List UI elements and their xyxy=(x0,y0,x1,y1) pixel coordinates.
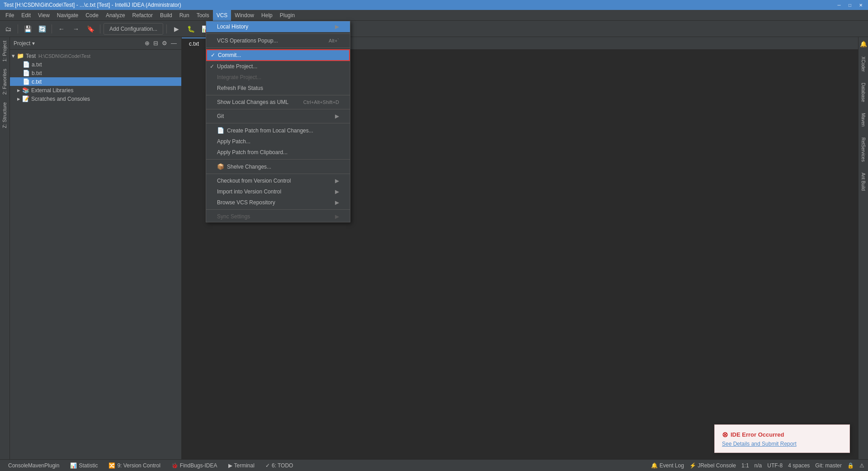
file-icon-a: 📄 xyxy=(23,61,30,68)
project-tree: ▾ 📁 Test H:\CSDN\Git\Code\Test 📄 a.txt 📄… xyxy=(10,50,181,459)
bottom-tab-statistic[interactable]: 📊 Statistic xyxy=(66,460,102,471)
vcs-menu-create-patch[interactable]: 📄 Create Patch from Local Changes... xyxy=(206,125,350,136)
git-arrow: ▶ xyxy=(335,113,339,119)
create-patch-label: Create Patch from Local Changes... xyxy=(227,127,313,134)
vcs-menu-apply-clipboard[interactable]: Apply Patch from Clipboard... xyxy=(206,147,350,158)
vcs-menu-ops-popup[interactable]: VCS Operations Popup... Alt+` xyxy=(206,35,350,46)
vcs-menu-refresh[interactable]: Refresh File Status xyxy=(206,83,350,94)
right-xcoder-btn[interactable]: XCoder xyxy=(860,53,867,75)
project-settings-btn[interactable]: ⚙ xyxy=(161,39,168,47)
tree-item-ext-libs[interactable]: ▸ 📚 External Libraries xyxy=(10,86,181,94)
menu-window[interactable]: Window xyxy=(231,10,258,21)
vcs-sep-4 xyxy=(206,123,350,123)
tree-item-ctxt[interactable]: 📄 c.txt xyxy=(10,77,181,86)
warning-icon: ⚠ xyxy=(859,462,864,469)
vcs-menu-apply-patch[interactable]: Apply Patch... xyxy=(206,136,350,147)
vcs-menu-browse[interactable]: Browse VCS Repository ▶ xyxy=(206,197,350,208)
vcs-menu-commit[interactable]: ✓ Commit... xyxy=(206,49,350,61)
toolbar-sync-btn[interactable]: 🔄 xyxy=(36,23,48,35)
menu-plugin[interactable]: Plugin xyxy=(276,10,298,21)
toolbar-project-icon[interactable]: 🗂 xyxy=(2,23,14,35)
vcs-menu-show-uml[interactable]: Show Local Changes as UML Ctrl+Alt+Shift… xyxy=(206,97,350,108)
vcs-menu-git[interactable]: Git ▶ xyxy=(206,111,350,122)
editor-tab-ctxt[interactable]: c.txt xyxy=(182,38,207,49)
sidebar-tab-structure[interactable]: Z: Structure xyxy=(0,99,9,132)
project-close-btn[interactable]: — xyxy=(170,39,178,47)
ext-libs-expand-icon: ▸ xyxy=(17,87,20,94)
checkout-arrow: ▶ xyxy=(335,178,339,184)
sync-label: Sync Settings xyxy=(217,213,250,220)
title-bar: Test [H:\CSDN\Git\Code\Test] - ...\c.txt… xyxy=(0,0,868,10)
toolbar-fwd-btn[interactable]: → xyxy=(70,23,82,35)
menu-run[interactable]: Run xyxy=(176,10,193,21)
title-bar-title: Test [H:\CSDN\Git\Code\Test] - ...\c.txt… xyxy=(4,2,181,8)
terminal-icon: ▶ xyxy=(228,462,232,469)
tree-item-scratches[interactable]: ▸ 📝 Scratches and Consoles xyxy=(10,94,181,103)
file-icon-c: 📄 xyxy=(23,78,30,85)
vcs-menu-checkout[interactable]: Checkout from Version Control ▶ xyxy=(206,175,350,186)
right-notifications-icon[interactable]: 🔔 xyxy=(858,39,868,49)
toolbar-run-btn[interactable]: ▶ xyxy=(170,23,183,35)
vcs-menu-update[interactable]: ✓ Update Project... xyxy=(206,61,350,72)
bottom-tab-findbugs[interactable]: 🐞 FindBugs-IDEA xyxy=(167,460,222,471)
project-panel: Project ▾ ⊕ ⊟ ⚙ — ▾ 📁 Test H:\CSDN\Git\C… xyxy=(10,37,182,459)
toolbar-debug-btn[interactable]: 🐛 xyxy=(184,23,197,35)
menu-tools[interactable]: Tools xyxy=(193,10,213,21)
menu-build[interactable]: Build xyxy=(156,10,176,21)
bottom-tab-todo[interactable]: ✓ 6: TODO xyxy=(261,460,298,471)
project-header-left: Project ▾ xyxy=(14,40,35,47)
toolbar-back-btn[interactable]: ← xyxy=(55,23,68,35)
menu-code[interactable]: Code xyxy=(82,10,102,21)
vcs-menu-local-history[interactable]: Local History ▶ xyxy=(206,21,350,32)
maximize-button[interactable]: □ xyxy=(846,1,854,9)
apply-clipboard-label: Apply Patch from Clipboard... xyxy=(217,149,288,155)
menu-edit[interactable]: Edit xyxy=(18,10,34,21)
project-collapse-btn[interactable]: ⊟ xyxy=(152,39,159,47)
sidebar-tab-favorites[interactable]: 2: Favorites xyxy=(0,65,9,98)
scratches-label: Scratches and Consoles xyxy=(31,96,90,102)
root-folder-icon: 📁 xyxy=(17,52,24,59)
bottom-tab-terminal[interactable]: ▶ Terminal xyxy=(224,460,259,471)
checkout-label: Checkout from Version Control xyxy=(217,178,291,184)
title-bar-controls: ─ □ ✕ xyxy=(835,1,864,9)
tree-item-atxt[interactable]: 📄 a.txt xyxy=(10,60,181,69)
import-arrow: ▶ xyxy=(335,188,339,195)
menu-analyze[interactable]: Analyze xyxy=(102,10,129,21)
local-history-arrow: ▶ xyxy=(335,24,339,30)
menu-view[interactable]: View xyxy=(34,10,53,21)
menu-help[interactable]: Help xyxy=(258,10,276,21)
right-retservices-btn[interactable]: RetServices xyxy=(860,134,867,165)
right-database-btn[interactable]: Database xyxy=(860,79,867,106)
file-icon-b: 📄 xyxy=(23,70,30,76)
vcs-menu-shelve[interactable]: 📦 Shelve Changes... xyxy=(206,161,350,172)
event-log-btn[interactable]: 🔔 Event Log xyxy=(651,462,684,469)
project-add-btn[interactable]: ⊕ xyxy=(144,39,151,47)
toolbar-sep-1 xyxy=(18,24,18,33)
menu-vcs[interactable]: VCS xyxy=(213,10,231,21)
consolemaven-label: ConsoleMavenPlugin xyxy=(8,462,59,469)
minimize-button[interactable]: ─ xyxy=(835,1,843,9)
bottom-tab-versioncontrol[interactable]: 🔀 9: Version Control xyxy=(104,460,165,471)
tree-item-btxt[interactable]: 📄 b.txt xyxy=(10,69,181,77)
jrebel-btn[interactable]: ⚡ JRebel Console xyxy=(689,462,736,469)
update-label: Update Project... xyxy=(217,63,257,70)
right-maven-btn[interactable]: Maven xyxy=(860,109,867,130)
bottom-tab-consolemaven[interactable]: ConsoleMavenPlugin xyxy=(4,460,64,471)
error-details-link[interactable]: See Details and Submit Report xyxy=(722,441,842,447)
tree-root[interactable]: ▾ 📁 Test H:\CSDN\Git\Code\Test xyxy=(10,52,181,60)
close-button[interactable]: ✕ xyxy=(857,1,864,9)
right-antbuild-btn[interactable]: Ant Build xyxy=(860,169,867,194)
vcs-menu-integrate: Integrate Project... xyxy=(206,72,350,83)
ext-libs-icon: 📚 xyxy=(22,87,29,94)
sidebar-tab-project[interactable]: 1: Project xyxy=(0,37,9,65)
menu-navigate[interactable]: Navigate xyxy=(53,10,82,21)
menu-bar: File Edit View Navigate Code Analyze Ref… xyxy=(0,10,868,21)
add-configuration-button[interactable]: Add Configuration... xyxy=(104,23,163,35)
vcs-menu-import[interactable]: Import into Version Control ▶ xyxy=(206,186,350,197)
toolbar-save-btn[interactable]: 💾 xyxy=(21,23,34,35)
menu-file[interactable]: File xyxy=(2,10,18,21)
toolbar-bookmark-btn[interactable]: 🔖 xyxy=(84,23,97,35)
vcs-sep-0 xyxy=(206,33,350,34)
menu-refactor[interactable]: Refactor xyxy=(129,10,156,21)
root-path: H:\CSDN\Git\Code\Test xyxy=(38,53,90,59)
